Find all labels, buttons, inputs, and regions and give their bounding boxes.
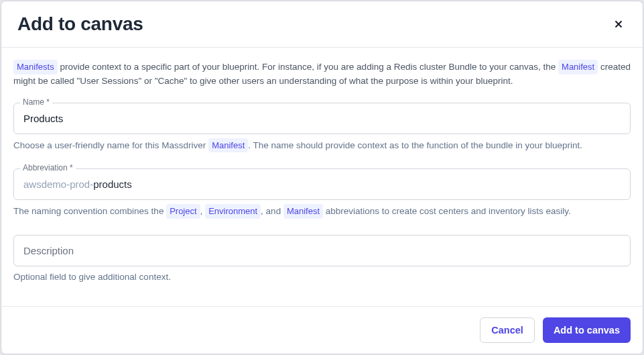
abbreviation-prefix: awsdemo-prod-	[23, 179, 93, 190]
cancel-button[interactable]: Cancel	[480, 317, 535, 343]
add-to-canvas-modal: Add to canvas Manifests provide context …	[1, 1, 643, 354]
abbreviation-input[interactable]: awsdemo-prod-products	[13, 168, 631, 200]
intro-segment-1: provide context to a specific part of yo…	[58, 62, 558, 72]
name-helper: Choose a user-friendly name for this Mas…	[13, 138, 631, 153]
modal-footer: Cancel Add to canvas	[1, 306, 643, 354]
modal-body: Manifests provide context to a specific …	[1, 48, 643, 306]
name-input[interactable]	[13, 103, 631, 134]
abbr-helper-suffix: abbreviations to create cost centers and…	[323, 206, 571, 216]
manifest-abbr-tag: Manifest	[283, 204, 323, 219]
abbreviation-label: Abbreviation *	[20, 163, 76, 172]
intro-text: Manifests provide context to a specific …	[13, 60, 631, 88]
name-field-wrapper: Name *	[13, 103, 631, 134]
modal-header: Add to canvas	[1, 1, 643, 48]
name-helper-prefix: Choose a user-friendly name for this Mas…	[13, 140, 208, 150]
add-to-canvas-button[interactable]: Add to canvas	[543, 317, 631, 343]
name-label: Name *	[20, 97, 52, 107]
project-tag: Project	[166, 204, 200, 219]
name-helper-suffix: . The name should provide context as to …	[248, 140, 582, 150]
description-input[interactable]	[13, 235, 631, 266]
abbr-sep-1: ,	[200, 206, 206, 216]
modal-title: Add to canvas	[17, 13, 143, 35]
close-icon[interactable]	[610, 16, 627, 32]
manifest-helper-tag: Manifest	[208, 138, 248, 153]
abbreviation-helper: The naming convention combines the Proje…	[13, 204, 631, 219]
abbreviation-field-wrapper: Abbreviation * awsdemo-prod-products	[13, 168, 631, 200]
manifest-tag: Manifest	[558, 60, 598, 74]
manifests-tag: Manifests	[13, 60, 58, 74]
abbreviation-value: products	[93, 179, 132, 190]
environment-tag: Environment	[205, 204, 261, 219]
description-helper: Optional field to give additional contex…	[13, 270, 631, 284]
description-field-wrapper	[13, 235, 631, 266]
abbr-sep-2: , and	[261, 206, 283, 216]
abbr-helper-prefix: The naming convention combines the	[13, 206, 166, 216]
